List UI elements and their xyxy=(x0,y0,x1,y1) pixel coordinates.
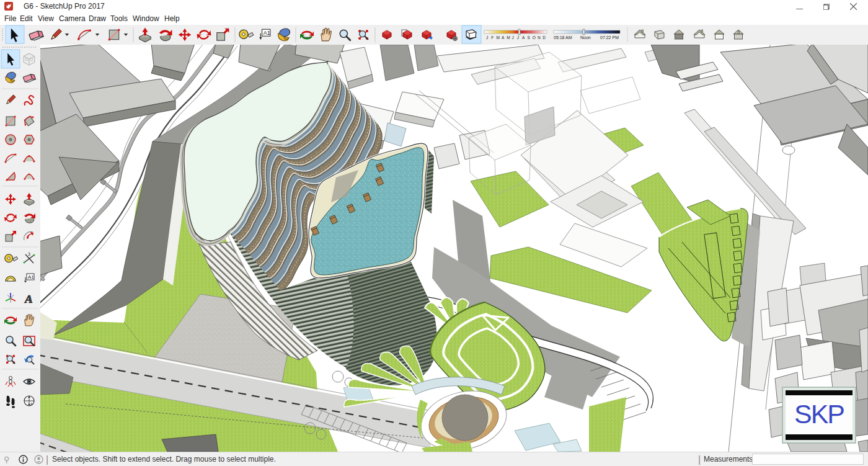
svg-text:A: A xyxy=(522,35,525,40)
svg-text:D: D xyxy=(542,35,546,40)
svg-text:07:22 PM: 07:22 PM xyxy=(600,35,619,40)
svg-text:M: M xyxy=(497,35,500,40)
svg-text:A1: A1 xyxy=(264,30,270,36)
svg-text:F: F xyxy=(491,35,494,40)
svg-text:S: S xyxy=(527,35,530,40)
svg-text:N: N xyxy=(538,35,541,40)
svg-text:J: J xyxy=(512,35,514,40)
svg-text:A1: A1 xyxy=(28,274,34,280)
svg-text:A: A xyxy=(502,35,505,40)
svg-text:Noon: Noon xyxy=(580,35,591,40)
svg-text:J: J xyxy=(486,35,488,40)
svg-text:SKP: SKP xyxy=(794,399,844,429)
svg-text:3: 3 xyxy=(28,252,30,256)
svg-text:O: O xyxy=(533,35,536,40)
svg-text:M: M xyxy=(507,35,510,40)
svg-text:05:18 AM: 05:18 AM xyxy=(554,35,572,40)
svg-text:J: J xyxy=(517,35,519,40)
